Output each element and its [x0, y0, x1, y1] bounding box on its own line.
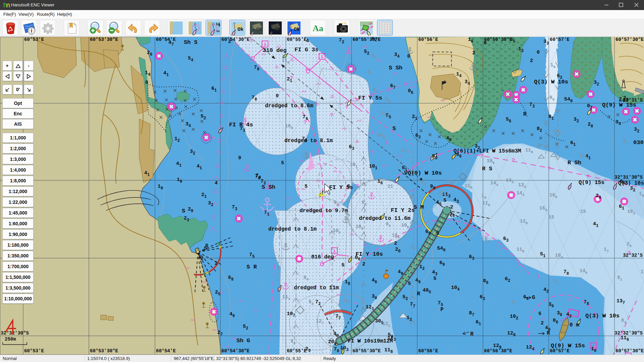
svg-text:60°54'30"E: 60°54'30"E	[221, 37, 250, 42]
svg-text:2: 2	[211, 203, 213, 207]
svg-text:?: ?	[305, 68, 308, 73]
svg-text:4: 4	[333, 331, 336, 337]
svg-text:6: 6	[407, 150, 409, 154]
svg-text:7: 7	[584, 299, 587, 305]
svg-text:8: 8	[555, 195, 557, 199]
svg-text:8: 8	[642, 194, 644, 198]
svg-text:Sh G: Sh G	[236, 338, 250, 344]
svg-text:11: 11	[525, 147, 531, 153]
svg-text:8: 8	[483, 278, 486, 284]
svg-text:6: 6	[523, 294, 526, 300]
svg-text:0: 0	[629, 244, 632, 248]
svg-text:4: 4	[215, 180, 218, 186]
svg-text:2: 2	[627, 241, 629, 247]
svg-text:1: 1	[620, 278, 622, 282]
svg-text:4: 4	[543, 287, 546, 293]
svg-text:3: 3	[190, 149, 193, 155]
svg-text:1: 1	[375, 166, 377, 171]
svg-text:4: 4	[415, 278, 418, 283]
svg-text:9: 9	[361, 227, 364, 231]
svg-text:3: 3	[397, 235, 400, 239]
svg-text:2: 2	[395, 247, 398, 252]
svg-text:i: i	[333, 249, 336, 254]
svg-text:10: 10	[340, 345, 346, 351]
svg-text:3: 3	[585, 156, 587, 160]
svg-text:8: 8	[231, 277, 233, 282]
svg-text:12: 12	[366, 304, 372, 310]
svg-text:9: 9	[367, 69, 370, 74]
svg-text:10: 10	[392, 233, 397, 238]
svg-text:60°57'E: 60°57'E	[550, 348, 570, 354]
svg-text:FI G 3s: FI G 3s	[294, 47, 318, 53]
svg-text:16: 16	[549, 192, 555, 198]
svg-text:2: 2	[619, 97, 622, 102]
svg-text:0: 0	[336, 334, 339, 338]
svg-text:2: 2	[184, 216, 187, 221]
svg-text:Ok: Ok	[294, 27, 300, 33]
svg-text:4: 4	[372, 278, 375, 283]
svg-text:3: 3	[393, 338, 396, 342]
svg-text:5: 5	[389, 115, 391, 120]
svg-text:3: 3	[465, 79, 468, 85]
svg-text:dredged to 8.1m: dredged to 8.1m	[284, 138, 333, 144]
svg-text:7: 7	[438, 300, 441, 306]
svg-text:2: 2	[422, 266, 425, 271]
svg-text:60°55'30"E: 60°55'30"E	[353, 348, 381, 354]
svg-text:14: 14	[580, 268, 585, 274]
svg-text:6: 6	[232, 314, 235, 318]
svg-text:6: 6	[358, 257, 360, 262]
svg-text:0: 0	[587, 103, 590, 109]
svg-text:3: 3	[346, 348, 348, 352]
svg-text:2: 2	[508, 279, 510, 283]
svg-text:4: 4	[561, 255, 563, 259]
svg-text:60°53'30"E: 60°53'30"E	[90, 37, 118, 42]
svg-text:9: 9	[374, 56, 377, 60]
svg-text:6: 6	[484, 40, 487, 46]
svg-text:0: 0	[407, 54, 410, 59]
svg-text:7: 7	[529, 102, 532, 108]
svg-text:4: 4	[148, 72, 150, 77]
svg-text:1: 1	[468, 37, 471, 43]
svg-text:10: 10	[333, 228, 338, 233]
svg-text:6: 6	[456, 152, 459, 158]
svg-text:7: 7	[293, 313, 295, 318]
svg-text:60°56'E: 60°56'E	[418, 37, 438, 42]
svg-text:9: 9	[430, 184, 433, 189]
svg-text:9: 9	[372, 53, 374, 58]
svg-text:1: 1	[622, 206, 624, 211]
svg-text:8: 8	[180, 179, 182, 184]
svg-text:?: ?	[586, 174, 590, 180]
svg-text:1: 1	[267, 212, 269, 217]
svg-text:1: 1	[166, 73, 169, 77]
svg-text:2: 2	[530, 58, 533, 64]
svg-text:Q(6)(1)+LFI ₩ 15s6m3M: Q(6)(1)+LFI ₩ 15s6m3M	[453, 148, 521, 154]
svg-text:?: ?	[356, 183, 359, 189]
svg-text:G: G	[532, 295, 535, 301]
svg-text:2: 2	[633, 188, 635, 193]
svg-text:250m: 250m	[5, 337, 16, 342]
svg-text:1: 1	[573, 142, 576, 147]
svg-text:2: 2	[569, 314, 572, 319]
svg-text:6: 6	[503, 236, 506, 242]
svg-text:8: 8	[452, 214, 455, 218]
svg-text:4: 4	[311, 302, 314, 306]
svg-text:4: 4	[191, 58, 193, 63]
svg-text:6: 6	[375, 280, 377, 285]
svg-text:3: 3	[633, 212, 635, 216]
svg-text:dredged to 9.7m: dredged to 9.7m	[300, 208, 348, 214]
svg-text:9: 9	[401, 272, 403, 276]
svg-text:3: 3	[548, 302, 551, 307]
svg-text:8: 8	[370, 72, 372, 76]
svg-text:2: 2	[204, 116, 206, 121]
svg-text:4: 4	[453, 197, 457, 203]
svg-text:7: 7	[322, 321, 324, 325]
svg-text:6: 6	[626, 98, 629, 102]
svg-text:9: 9	[623, 138, 626, 143]
svg-text:3: 3	[532, 104, 535, 109]
svg-text:dredged to 8.6m: dredged to 8.6m	[265, 103, 313, 109]
svg-text:7: 7	[220, 332, 223, 337]
svg-text:i: i	[321, 54, 323, 59]
svg-text:1: 1	[550, 62, 553, 68]
svg-text:4: 4	[624, 320, 626, 324]
svg-text:10: 10	[553, 128, 559, 134]
